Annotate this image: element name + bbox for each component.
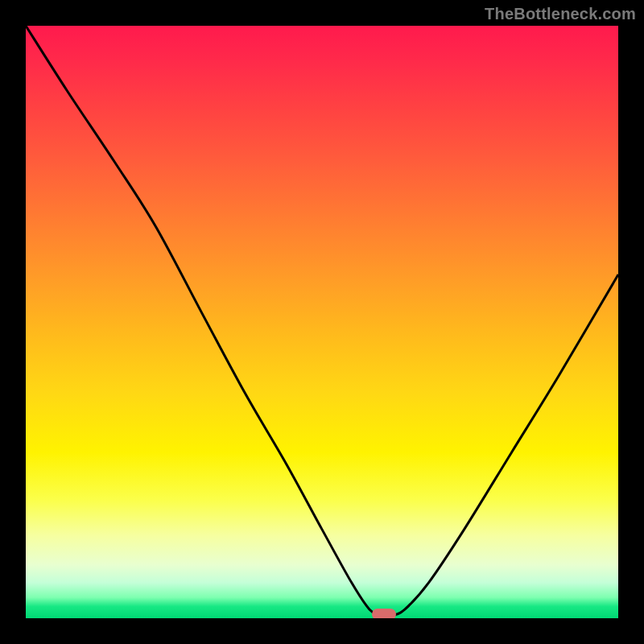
plot-area (26, 26, 618, 618)
watermark-text: TheBottleneck.com (485, 5, 636, 23)
optimal-marker (372, 609, 396, 618)
chart-frame: TheBottleneck.com (0, 0, 644, 644)
bottleneck-curve (26, 26, 618, 618)
